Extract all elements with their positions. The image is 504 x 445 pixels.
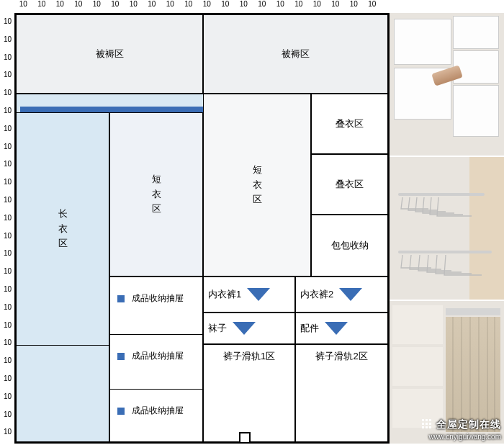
arrow-down-icon: [231, 320, 257, 336]
underwear-1-label: 内衣裤1: [208, 287, 241, 302]
zone-short-hang-2: 短 衣 区: [203, 94, 311, 277]
svg-rect-14: [426, 423, 428, 425]
watermark-url: www.cnyiguiwang.com: [428, 433, 501, 441]
zone-underwear-2: 内衣裤2: [295, 277, 388, 313]
grid-logo-icon: [421, 418, 434, 431]
watermark-brand: 全屋定制在线: [436, 418, 501, 430]
arrow-down-icon: [338, 287, 364, 302]
drawer-icon: [117, 295, 125, 302]
drawer-icon: [117, 408, 125, 415]
zone-fold-1: 叠衣区: [311, 94, 388, 154]
svg-rect-15: [429, 423, 431, 425]
svg-marker-2: [233, 322, 256, 335]
svg-rect-18: [429, 426, 431, 428]
zone-long-hang: 长 衣 区: [16, 112, 109, 346]
svg-rect-11: [426, 419, 428, 421]
zone-pants-rail-1: 裤子滑轨1区: [203, 344, 295, 442]
zone-socks: 袜子: [203, 313, 295, 344]
svg-rect-16: [422, 426, 424, 428]
drawer-row-2: 成品收纳抽屉: [110, 334, 202, 377]
zone-quilt-left: 被褥区: [16, 14, 203, 94]
zone-quilt-right: 被褥区: [203, 14, 388, 94]
photo-pullout-hanger: [390, 157, 504, 300]
arrow-down-icon: [246, 287, 271, 302]
drawer-row-1: 成品收纳抽屉: [110, 277, 202, 320]
drawer-row-3: 成品收纳抽屉: [110, 389, 202, 432]
svg-rect-13: [422, 423, 424, 425]
short-hang-2-label: 短 衣 区: [253, 163, 262, 207]
zone-bag-storage: 包包收纳: [311, 215, 388, 277]
zone-accessories: 配件: [295, 313, 388, 344]
drawer-icon: [117, 353, 125, 360]
photo-storage-drawers: [390, 13, 504, 156]
notch-marker: [239, 432, 251, 444]
long-hang-label: 长 衣 区: [58, 207, 68, 251]
svg-marker-0: [247, 288, 270, 301]
short-hang-1-label: 短 衣 区: [152, 172, 161, 217]
watermark: 全屋定制在线 www.cnyiguiwang.com: [421, 418, 501, 441]
photo-column: 全屋定制在线 www.cnyiguiwang.com: [390, 13, 504, 444]
socks-label: 袜子: [208, 321, 227, 336]
ruler-left: 1010101010101010101010101010101010101010…: [0, 13, 13, 445]
svg-marker-3: [325, 322, 348, 335]
arrow-down-icon: [323, 320, 349, 336]
zone-long-hang-bottom: [16, 346, 109, 442]
zone-fold-2: 叠衣区: [311, 154, 388, 215]
zone-underwear-1: 内衣裤1: [203, 277, 295, 313]
zone-short-hang-1: 短 衣 区: [109, 112, 203, 277]
wardrobe-plan: 一 一 被褥区 被褥区 长 衣 区 短 衣 区 短 衣 区 叠衣区 叠衣区: [14, 13, 390, 444]
svg-marker-1: [339, 288, 362, 301]
svg-rect-12: [429, 419, 431, 421]
ruler-top: 1010101010101010101010101010101010101010: [14, 0, 504, 13]
underwear-2-label: 内衣裤2: [300, 287, 333, 302]
svg-rect-17: [426, 426, 428, 428]
drawer-label: 成品收纳抽屉: [132, 350, 184, 362]
drawer-label: 成品收纳抽屉: [132, 405, 184, 417]
accessories-label: 配件: [300, 321, 319, 336]
zone-pants-rail-2: 裤子滑轨2区: [295, 344, 388, 442]
svg-rect-10: [422, 419, 424, 421]
drawer-label: 成品收纳抽屉: [132, 292, 184, 305]
photo-closet-interior: 全屋定制在线 www.cnyiguiwang.com: [390, 301, 504, 444]
